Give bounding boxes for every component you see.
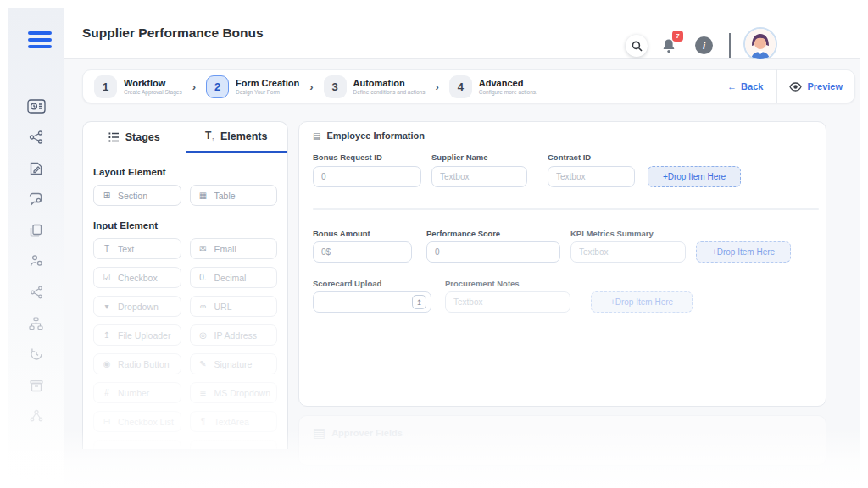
- notifications-button[interactable]: 7: [659, 35, 678, 57]
- procurement-notes-field[interactable]: [445, 291, 570, 313]
- element-ip-address[interactable]: ◎IP Address: [190, 324, 278, 346]
- file-upload-icon[interactable]: ↥: [412, 295, 426, 309]
- element-checkbox[interactable]: ☑Checkbox: [93, 267, 181, 288]
- menu-icon[interactable]: [28, 31, 52, 48]
- kpi-metrics-summary-field[interactable]: [570, 241, 686, 263]
- ms-dropdown-icon: ≣: [198, 388, 209, 397]
- step-description: Design Your Form: [236, 89, 299, 95]
- org-chart-icon[interactable]: [8, 313, 64, 335]
- step-number: 2: [206, 75, 229, 98]
- drop-zone[interactable]: +Drop Item Here: [696, 241, 791, 263]
- elements-panel: Stages T↑ Elements Layout Element ⊞Secti…: [82, 121, 288, 449]
- element-section[interactable]: ⊞Section: [93, 185, 181, 206]
- user-avatar[interactable]: [743, 27, 777, 61]
- step-description: Define conditions and actions: [353, 89, 426, 95]
- workflow-icon[interactable]: [8, 126, 64, 148]
- dashboard-icon[interactable]: [8, 95, 64, 117]
- element-table[interactable]: ▦Table: [190, 185, 278, 206]
- form-edit-icon[interactable]: [8, 158, 64, 180]
- element-dropdown[interactable]: ▾Dropdown: [93, 296, 181, 317]
- number-icon: #: [102, 388, 112, 397]
- step-automation[interactable]: 3 Automation Define conditions and actio…: [324, 75, 426, 98]
- search-button[interactable]: [626, 35, 648, 57]
- tab-label: Stages: [125, 131, 160, 143]
- field-label: Bonus Amount: [313, 229, 370, 238]
- eye-icon: [789, 82, 802, 92]
- preview-button[interactable]: Preview: [789, 81, 843, 92]
- element-checkbox-list[interactable]: ⊟Checkbox List: [93, 411, 181, 432]
- drop-zone[interactable]: +Drop Item Here: [648, 166, 741, 187]
- element-label: Signature: [214, 359, 253, 369]
- share-icon[interactable]: [8, 281, 64, 303]
- checkbox-icon: ☑: [102, 273, 112, 282]
- element-number[interactable]: #Number: [93, 382, 181, 403]
- element-decimal[interactable]: 0.Decimal: [190, 267, 278, 288]
- section-icon: ⊞: [102, 191, 112, 200]
- notification-badge: 7: [672, 30, 683, 42]
- stepper-divider: [776, 69, 777, 103]
- row-separator: [313, 208, 819, 210]
- element-email[interactable]: ✉Email: [190, 238, 278, 259]
- supplier-name-field[interactable]: [431, 166, 527, 187]
- field-label: Contract ID: [548, 152, 591, 162]
- arrow-left-icon: ←: [727, 81, 737, 92]
- textarea-icon: ¶: [198, 417, 209, 426]
- contract-id-field[interactable]: [548, 166, 635, 187]
- chat-settings-icon[interactable]: [8, 188, 64, 210]
- email-icon: ✉: [198, 244, 209, 253]
- field-label: Procurement Notes: [445, 279, 520, 288]
- step-advanced[interactable]: 4 Advanced Configure more actions.: [449, 75, 537, 98]
- field-label: Bonus Request ID: [313, 152, 382, 162]
- step-form-creation[interactable]: 2 Form Creation Design Your Form: [206, 75, 299, 98]
- back-button[interactable]: ← Back: [727, 81, 763, 92]
- form-canvas: ▤ Employee Information Bonus Request ID …: [298, 121, 826, 407]
- sidebar: [8, 8, 64, 480]
- header: Supplier Performance Bonus 7 i: [64, 8, 860, 59]
- tab-stages[interactable]: Stages: [83, 122, 186, 152]
- page-title: Supplier Performance Bonus: [82, 25, 264, 41]
- url-icon: ∞: [198, 302, 209, 311]
- performance-score-field[interactable]: [426, 241, 560, 263]
- input-element-grid: TText ✉Email ☑Checkbox 0.Decimal ▾Dropdo…: [93, 238, 277, 449]
- history-icon[interactable]: [8, 343, 64, 365]
- element-label: MS Dropdown: [214, 388, 271, 398]
- documents-icon[interactable]: [8, 219, 64, 241]
- bonus-amount-field[interactable]: [313, 241, 412, 263]
- archive-icon[interactable]: [8, 374, 64, 396]
- element-label: TextArea: [214, 417, 249, 427]
- workflow-stepper: 1 Workflow Create Approval Stages › 2 Fo…: [82, 69, 855, 103]
- table-icon: ▦: [198, 191, 209, 200]
- step-number: 1: [94, 75, 117, 98]
- decimal-icon: 0.: [198, 273, 209, 282]
- info-button[interactable]: i: [695, 36, 713, 54]
- element-textarea[interactable]: ¶TextArea: [190, 411, 278, 432]
- bonus-request-id-field[interactable]: [313, 166, 421, 187]
- step-description: Create Approval Stages: [124, 89, 182, 95]
- user-settings-icon[interactable]: [8, 250, 64, 272]
- element-radio-button[interactable]: ◉Radio Button: [93, 353, 181, 374]
- text-icon: T: [102, 244, 112, 253]
- element-ms-dropdown[interactable]: ≣MS Dropdown: [190, 382, 278, 403]
- stages-list-icon: [108, 132, 120, 142]
- step-workflow[interactable]: 1 Workflow Create Approval Stages: [94, 75, 182, 98]
- layout-element-grid: ⊞Section ▦Table: [93, 185, 277, 206]
- element-file-uploader[interactable]: ↥File Uploader: [93, 324, 181, 346]
- step-label: Workflow: [124, 78, 182, 88]
- faded-section-title: Approver Fields: [331, 428, 403, 438]
- element-label: Dropdown: [118, 302, 159, 312]
- element-label: Checkbox: [118, 273, 158, 283]
- drop-zone[interactable]: +Drop Item Here: [591, 291, 693, 313]
- element-signature[interactable]: ✎Signature: [190, 353, 278, 374]
- signature-icon: ✎: [198, 359, 209, 369]
- element-label: Radio Button: [118, 359, 170, 369]
- element-label: Email: [214, 244, 236, 254]
- element-label: IP Address: [214, 330, 258, 341]
- ip-address-icon: ◎: [198, 330, 209, 340]
- element-label: Section: [118, 191, 147, 201]
- section-header-icon: ▤: [313, 131, 320, 141]
- element-url[interactable]: ∞URL: [190, 296, 278, 317]
- people-network-icon[interactable]: [8, 405, 64, 427]
- element-text[interactable]: TText: [93, 238, 181, 259]
- tab-elements[interactable]: T↑ Elements: [186, 122, 288, 152]
- file-uploader-icon: ↥: [102, 330, 112, 340]
